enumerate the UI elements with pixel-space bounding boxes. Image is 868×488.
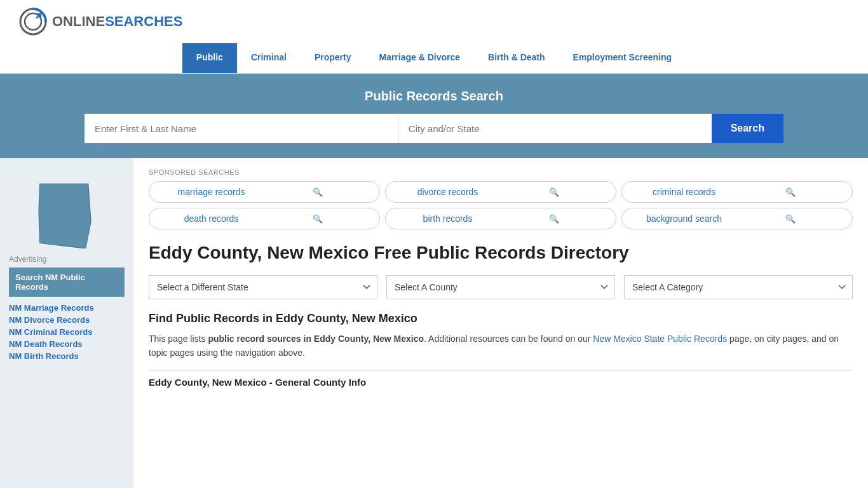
sidebar-nm-marriage[interactable]: NM Marriage Records bbox=[9, 303, 125, 313]
search-button[interactable]: Search bbox=[712, 114, 783, 143]
search-icon-background: 🔍 bbox=[737, 214, 843, 224]
nav-employment[interactable]: Employment Screening bbox=[559, 43, 686, 73]
sponsored-pill-death[interactable]: death records 🔍 bbox=[149, 208, 380, 229]
site-header: ONLINESEARCHES bbox=[0, 0, 868, 43]
find-text-intro: This page lists bbox=[149, 334, 208, 344]
search-banner: Public Records Search Search bbox=[0, 74, 868, 158]
content-area: SPONSORED SEARCHES marriage records 🔍 di… bbox=[133, 158, 868, 488]
search-icon-birth: 🔍 bbox=[501, 214, 607, 224]
sidebar-nm-divorce[interactable]: NM Divorce Records bbox=[9, 315, 125, 325]
category-dropdown[interactable]: Select A Category bbox=[624, 275, 853, 299]
page-title: Eddy County, New Mexico Free Public Reco… bbox=[149, 242, 853, 264]
county-dropdown[interactable]: Select A County bbox=[386, 275, 615, 299]
sidebar-nm-criminal[interactable]: NM Criminal Records bbox=[9, 327, 125, 337]
banner-title: Public Records Search bbox=[19, 89, 849, 104]
sponsored-pill-birth[interactable]: birth records 🔍 bbox=[385, 208, 616, 229]
name-input[interactable] bbox=[85, 114, 398, 143]
sidebar-nm-death[interactable]: NM Death Records bbox=[9, 339, 125, 349]
main-container: Advertising Search NM Public Records NM … bbox=[0, 158, 868, 488]
sponsored-pill-criminal[interactable]: criminal records 🔍 bbox=[621, 181, 853, 203]
sidebar-links: NM Marriage Records NM Divorce Records N… bbox=[9, 303, 125, 361]
find-text-bold: public record sources in Eddy County, Ne… bbox=[208, 334, 424, 344]
find-text: This page lists public record sources in… bbox=[149, 332, 853, 360]
sidebar-ad-box[interactable]: Search NM Public Records bbox=[9, 268, 125, 297]
sponsored-pill-marriage[interactable]: marriage records 🔍 bbox=[149, 181, 380, 203]
nm-state-link[interactable]: New Mexico State Public Records bbox=[593, 334, 727, 344]
ad-label: Advertising bbox=[9, 255, 125, 264]
nav-criminal[interactable]: Criminal bbox=[237, 43, 301, 73]
dropdown-row: Select a Different State Select A County… bbox=[149, 275, 853, 299]
nav-property[interactable]: Property bbox=[301, 43, 365, 73]
logo-text: ONLINESEARCHES bbox=[52, 13, 182, 30]
general-info-heading: Eddy County, New Mexico - General County… bbox=[149, 377, 853, 388]
find-text-mid: . Additional resources can be found on o… bbox=[424, 334, 593, 344]
sponsored-label: SPONSORED SEARCHES bbox=[149, 168, 853, 176]
state-dropdown[interactable]: Select a Different State bbox=[149, 275, 377, 299]
search-icon-marriage: 🔍 bbox=[264, 187, 370, 197]
location-input[interactable] bbox=[398, 114, 712, 143]
sidebar: Advertising Search NM Public Records NM … bbox=[0, 158, 133, 488]
sponsored-pill-background[interactable]: background search 🔍 bbox=[621, 208, 853, 229]
sponsored-grid: marriage records 🔍 divorce records 🔍 cri… bbox=[149, 181, 853, 229]
logo-icon bbox=[19, 8, 47, 36]
svg-marker-2 bbox=[39, 184, 91, 248]
search-form: Search bbox=[85, 114, 783, 143]
search-icon-criminal: 🔍 bbox=[737, 187, 843, 197]
sidebar-nm-birth[interactable]: NM Birth Records bbox=[9, 351, 125, 361]
main-nav: Public Criminal Property Marriage & Divo… bbox=[0, 43, 868, 74]
nav-public[interactable]: Public bbox=[182, 43, 237, 73]
general-info-section: Eddy County, New Mexico - General County… bbox=[149, 370, 853, 388]
search-icon-divorce: 🔍 bbox=[501, 187, 607, 197]
find-heading: Find Public Records in Eddy County, New … bbox=[149, 312, 853, 325]
nav-birth-death[interactable]: Birth & Death bbox=[474, 43, 559, 73]
logo-online: ONLINE bbox=[52, 13, 105, 29]
nm-map-icon bbox=[29, 179, 105, 248]
logo[interactable]: ONLINESEARCHES bbox=[19, 8, 182, 36]
search-icon-death: 🔍 bbox=[264, 214, 370, 224]
sponsored-pill-divorce[interactable]: divorce records 🔍 bbox=[385, 181, 616, 203]
nav-marriage-divorce[interactable]: Marriage & Divorce bbox=[365, 43, 474, 73]
logo-searches: SEARCHES bbox=[105, 13, 182, 29]
